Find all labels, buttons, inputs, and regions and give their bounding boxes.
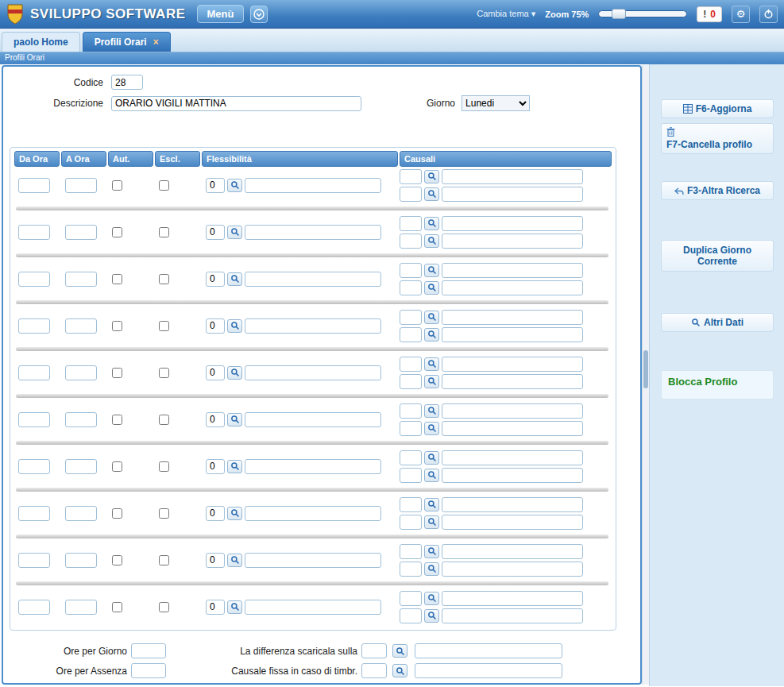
- escl-checkbox[interactable]: [159, 321, 169, 331]
- causale2-code-input[interactable]: [400, 234, 422, 249]
- escl-checkbox[interactable]: [159, 508, 169, 519]
- causale1-desc-input[interactable]: [442, 216, 583, 231]
- causale2-desc-input[interactable]: [442, 468, 583, 483]
- a-ora-input[interactable]: [65, 178, 97, 193]
- causale1-code-input[interactable]: [400, 591, 422, 606]
- causale2-desc-input[interactable]: [442, 515, 583, 530]
- da-ora-input[interactable]: [18, 178, 50, 193]
- causale2-desc-input[interactable]: [442, 327, 583, 342]
- a-ora-input[interactable]: [65, 272, 97, 287]
- descrizione-input[interactable]: [111, 96, 361, 111]
- flessibilita-input[interactable]: [206, 412, 225, 427]
- causale2-search-button[interactable]: [424, 609, 439, 623]
- zoom-slider[interactable]: [598, 10, 687, 17]
- da-ora-input[interactable]: [18, 318, 50, 334]
- f7-cancella-profilo-button[interactable]: F7-Cancella profilo: [661, 123, 774, 154]
- flessibilita-input[interactable]: [206, 506, 225, 521]
- flessibilita-search-button[interactable]: [227, 226, 242, 239]
- change-theme-link[interactable]: Cambia tema ▾: [477, 9, 535, 19]
- diff-desc-input[interactable]: [415, 643, 562, 658]
- causale1-search-button[interactable]: [424, 357, 439, 371]
- causale2-search-button[interactable]: [424, 281, 439, 295]
- causale-assenza-search-button[interactable]: [392, 684, 407, 685]
- diff-code-input[interactable]: [361, 643, 387, 658]
- causale1-desc-input[interactable]: [442, 310, 583, 325]
- causale1-code-input[interactable]: [400, 450, 422, 465]
- flessibilita-search-button[interactable]: [227, 272, 242, 286]
- ore-giorno-input[interactable]: [131, 643, 166, 658]
- causale1-desc-input[interactable]: [442, 263, 583, 278]
- giorno-select[interactable]: Lunedi: [462, 95, 530, 111]
- escl-checkbox[interactable]: [159, 602, 169, 612]
- aut-checkbox[interactable]: [112, 415, 122, 425]
- f6-aggiorna-button[interactable]: F6-Aggiorna: [661, 99, 774, 118]
- causale2-search-button[interactable]: [424, 422, 439, 435]
- escl-checkbox[interactable]: [159, 461, 169, 472]
- da-ora-input[interactable]: [18, 459, 50, 474]
- flessibilita-desc-input[interactable]: [245, 506, 381, 521]
- zoom-slider-thumb[interactable]: [612, 9, 626, 19]
- causale1-search-button[interactable]: [424, 545, 439, 558]
- causale2-desc-input[interactable]: [442, 374, 583, 389]
- da-ora-input[interactable]: [18, 412, 50, 427]
- a-ora-input[interactable]: [65, 225, 97, 240]
- causale1-search-button[interactable]: [424, 498, 439, 511]
- aut-checkbox[interactable]: [112, 461, 122, 472]
- aut-checkbox[interactable]: [112, 227, 122, 237]
- flessibilita-search-button[interactable]: [227, 460, 242, 473]
- causale1-code-input[interactable]: [400, 263, 422, 278]
- escl-checkbox[interactable]: [159, 180, 169, 191]
- causale2-code-input[interactable]: [400, 608, 422, 623]
- aut-checkbox[interactable]: [112, 274, 122, 284]
- causale1-desc-input[interactable]: [442, 169, 583, 184]
- flessibilita-desc-input[interactable]: [245, 272, 381, 287]
- causale2-code-input[interactable]: [400, 187, 422, 202]
- aut-checkbox[interactable]: [112, 508, 122, 519]
- duplica-giorno-corrente-button[interactable]: Duplica Giorno Corrente: [661, 240, 774, 272]
- tab-paolo-home[interactable]: paolo Home: [2, 32, 80, 52]
- flessibilita-search-button[interactable]: [227, 319, 242, 333]
- flessibilita-desc-input[interactable]: [245, 225, 381, 240]
- collapse-header-button[interactable]: [250, 6, 268, 23]
- flessibilita-input[interactable]: [206, 272, 225, 287]
- da-ora-input[interactable]: [18, 272, 50, 287]
- aut-checkbox[interactable]: [112, 555, 122, 565]
- causale2-code-input[interactable]: [400, 374, 422, 389]
- flessibilita-desc-input[interactable]: [245, 178, 381, 193]
- causale1-code-input[interactable]: [400, 357, 422, 372]
- alerts-button[interactable]: ! 0: [697, 6, 722, 22]
- causale1-code-input[interactable]: [400, 544, 422, 559]
- causale1-desc-input[interactable]: [442, 357, 583, 372]
- tab-profili-orari[interactable]: Profili Orari ×: [83, 32, 171, 52]
- flessibilita-input[interactable]: [206, 600, 225, 615]
- causale-fissa-search-button[interactable]: [392, 664, 407, 677]
- ore-assenza-input[interactable]: [131, 663, 166, 678]
- causale1-desc-input[interactable]: [442, 544, 583, 559]
- menu-button[interactable]: Menù: [197, 5, 245, 23]
- causale1-desc-input[interactable]: [442, 450, 583, 465]
- flessibilita-search-button[interactable]: [227, 179, 242, 192]
- causale-fissa-code-input[interactable]: [361, 663, 387, 678]
- causale1-code-input[interactable]: [400, 310, 422, 325]
- logout-button[interactable]: [759, 6, 778, 23]
- codice-input[interactable]: [111, 75, 143, 90]
- causale2-search-button[interactable]: [424, 187, 439, 201]
- escl-checkbox[interactable]: [159, 555, 169, 565]
- a-ora-input[interactable]: [65, 318, 97, 334]
- aut-checkbox[interactable]: [112, 321, 122, 331]
- settings-button[interactable]: ⚙: [732, 6, 750, 23]
- causale1-desc-input[interactable]: [442, 403, 583, 419]
- flessibilita-input[interactable]: [206, 318, 225, 334]
- flessibilita-search-button[interactable]: [227, 366, 242, 380]
- causale1-code-input[interactable]: [400, 169, 422, 184]
- f3-altra-ricerca-button[interactable]: F3-Altra Ricerca: [661, 181, 774, 200]
- causale2-search-button[interactable]: [424, 562, 439, 576]
- aut-checkbox[interactable]: [112, 602, 122, 612]
- flessibilita-search-button[interactable]: [227, 413, 242, 426]
- causale2-code-input[interactable]: [400, 468, 422, 483]
- close-tab-icon[interactable]: ×: [153, 38, 159, 46]
- blocca-profilo-button[interactable]: Blocca Profilo: [661, 370, 774, 399]
- flessibilita-search-button[interactable]: [227, 600, 242, 614]
- causale2-desc-input[interactable]: [442, 421, 583, 436]
- da-ora-input[interactable]: [18, 506, 50, 521]
